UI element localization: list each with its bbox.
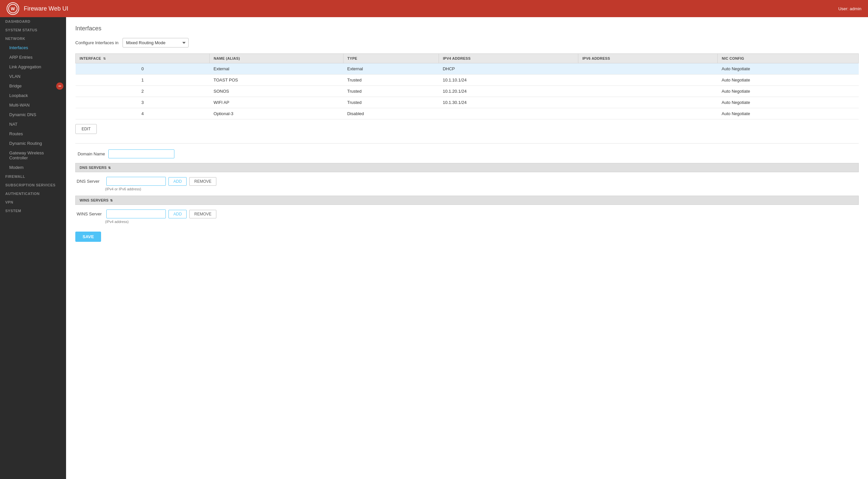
dns-sort-icon[interactable]: ⇅: [108, 166, 111, 170]
dns-server-input[interactable]: [106, 177, 166, 186]
domain-name-row: Domain Name: [75, 149, 859, 158]
user-label: User: admin: [838, 6, 861, 11]
cell-type: Trusted: [343, 74, 439, 86]
wins-server-input[interactable]: [106, 209, 166, 218]
wins-form-row: WINS Server ADD REMOVE (IPv4 address): [75, 209, 859, 224]
cell-name: TOAST POS: [210, 74, 343, 86]
cell-nic: Auto Negotiate: [718, 63, 859, 74]
cell-ipv6: [578, 63, 718, 74]
cell-ipv6: [578, 74, 718, 86]
top-bar-left: W Fireware Web UI: [7, 2, 68, 15]
save-button[interactable]: SAVE: [75, 232, 101, 242]
configure-row: Configure Interfaces in Mixed Routing Mo…: [75, 38, 859, 47]
configure-label: Configure Interfaces in: [75, 40, 119, 45]
col-name: NAME (ALIAS): [210, 54, 343, 63]
routing-mode-select[interactable]: Mixed Routing Mode Drop-In Mode Bridge M…: [123, 38, 189, 47]
dns-section-label: DNS SERVERS: [80, 166, 107, 170]
cell-name: WIFI AP: [210, 97, 343, 108]
cell-ipv4: 10.1.30.1/24: [439, 97, 578, 108]
svg-text:W: W: [11, 6, 15, 11]
table-row[interactable]: 2 SONOS Trusted 10.1.20.1/24 Auto Negoti…: [75, 86, 859, 97]
watchguard-logo: W: [7, 2, 19, 15]
cell-ipv6: [578, 97, 718, 108]
cell-nic: Auto Negotiate: [718, 74, 859, 86]
wins-server-label: WINS Server: [76, 211, 104, 216]
cell-type: External: [343, 63, 439, 74]
dns-form-row: DNS Server ADD REMOVE (IPv4 or IPv6 addr…: [75, 177, 859, 191]
sidebar-item-nat[interactable]: NAT: [0, 119, 66, 129]
cell-interface: 4: [75, 108, 210, 119]
main-content: Interfaces Configure Interfaces in Mixed…: [66, 17, 868, 479]
table-row[interactable]: 3 WIFI AP Trusted 10.1.30.1/24 Auto Nego…: [75, 97, 859, 108]
dns-server-label: DNS Server: [76, 179, 104, 184]
sidebar-item-multi-wan[interactable]: Multi-WAN: [0, 100, 66, 110]
wins-input-row: WINS Server ADD REMOVE: [76, 209, 216, 218]
table-row[interactable]: 1 TOAST POS Trusted 10.1.10.1/24 Auto Ne…: [75, 74, 859, 86]
cell-interface: 0: [75, 63, 210, 74]
sidebar-section-firewall: FIREWALL: [0, 172, 66, 181]
cell-ipv4: 10.1.10.1/24: [439, 74, 578, 86]
col-nic: NIC CONFIG: [718, 54, 859, 63]
interface-sort-icon[interactable]: ⇅: [103, 57, 106, 60]
dns-add-button[interactable]: ADD: [168, 177, 187, 186]
sidebar-section-subscription: SUBSCRIPTION SERVICES: [0, 181, 66, 190]
wins-hint: (IPv4 address): [105, 220, 129, 224]
domain-name-input[interactable]: [108, 149, 175, 158]
sidebar-item-modem[interactable]: Modem: [0, 163, 66, 172]
cell-type: Trusted: [343, 97, 439, 108]
sidebar-item-link-aggregation[interactable]: Link Aggregation: [0, 62, 66, 72]
cell-interface: 1: [75, 74, 210, 86]
dns-remove-button[interactable]: REMOVE: [189, 177, 216, 186]
cell-nic: Auto Negotiate: [718, 86, 859, 97]
cell-type: Disabled: [343, 108, 439, 119]
dns-section-bar: DNS SERVERS ⇅: [75, 163, 859, 172]
dns-hint: (IPv4 or IPv6 address): [105, 187, 141, 191]
wins-remove-button[interactable]: REMOVE: [189, 210, 216, 218]
cell-nic: Auto Negotiate: [718, 97, 859, 108]
col-ipv6: IPV6 ADDRESS: [578, 54, 718, 63]
section-divider-1: [75, 143, 859, 143]
sidebar-section-authentication: AUTHENTICATION: [0, 190, 66, 198]
sidebar: DASHBOARD SYSTEM STATUS NETWORK Interfac…: [0, 17, 66, 479]
wins-section-bar: WINS SERVERS ⇅: [75, 196, 859, 205]
edit-button[interactable]: EDIT: [75, 124, 97, 134]
col-ipv4: IPV4 ADDRESS: [439, 54, 578, 63]
bridge-minus-icon[interactable]: −: [56, 82, 63, 90]
sidebar-item-loopback[interactable]: Loopback: [0, 91, 66, 100]
sidebar-item-dynamic-dns[interactable]: Dynamic DNS: [0, 110, 66, 119]
sidebar-item-arp-entries[interactable]: ARP Entries: [0, 53, 66, 62]
sidebar-item-vlan[interactable]: VLAN: [0, 72, 66, 81]
sidebar-section-network: NETWORK: [0, 34, 66, 43]
sidebar-section-vpn: VPN: [0, 198, 66, 206]
col-interface: INTERFACE ⇅: [75, 54, 210, 63]
cell-interface: 3: [75, 97, 210, 108]
cell-ipv4: 10.1.20.1/24: [439, 86, 578, 97]
col-interface-label: INTERFACE: [80, 57, 101, 60]
cell-nic: Auto Negotiate: [718, 108, 859, 119]
wins-add-button[interactable]: ADD: [168, 210, 187, 218]
page-title: Interfaces: [75, 25, 859, 32]
cell-name: Optional-3: [210, 108, 343, 119]
cell-type: Trusted: [343, 86, 439, 97]
wins-sort-icon[interactable]: ⇅: [110, 199, 113, 202]
cell-ipv6: [578, 108, 718, 119]
wins-section-label: WINS SERVERS: [80, 198, 108, 202]
interfaces-tbody: 0 External External DHCP Auto Negotiate …: [75, 63, 859, 119]
table-row[interactable]: 4 Optional-3 Disabled Auto Negotiate: [75, 108, 859, 119]
top-bar: W Fireware Web UI User: admin: [0, 0, 868, 17]
sidebar-item-system-status[interactable]: SYSTEM STATUS: [0, 26, 66, 34]
app-title: Fireware Web UI: [24, 5, 68, 12]
cell-ipv4: [439, 108, 578, 119]
logo-svg: W: [8, 4, 18, 13]
sidebar-item-routes[interactable]: Routes: [0, 129, 66, 139]
sidebar-item-dashboard[interactable]: DASHBOARD: [0, 17, 66, 26]
table-row[interactable]: 0 External External DHCP Auto Negotiate: [75, 63, 859, 74]
table-header-row: INTERFACE ⇅ NAME (ALIAS) TYPE IPV4 ADDRE…: [75, 54, 859, 63]
sidebar-bridge-row: Bridge −: [0, 81, 66, 91]
sidebar-item-interfaces[interactable]: Interfaces: [0, 43, 66, 53]
col-type: TYPE: [343, 54, 439, 63]
cell-ipv4: DHCP: [439, 63, 578, 74]
sidebar-item-gateway-wireless[interactable]: Gateway Wireless Controller: [0, 148, 66, 163]
sidebar-item-dynamic-routing[interactable]: Dynamic Routing: [0, 139, 66, 148]
cell-interface: 2: [75, 86, 210, 97]
